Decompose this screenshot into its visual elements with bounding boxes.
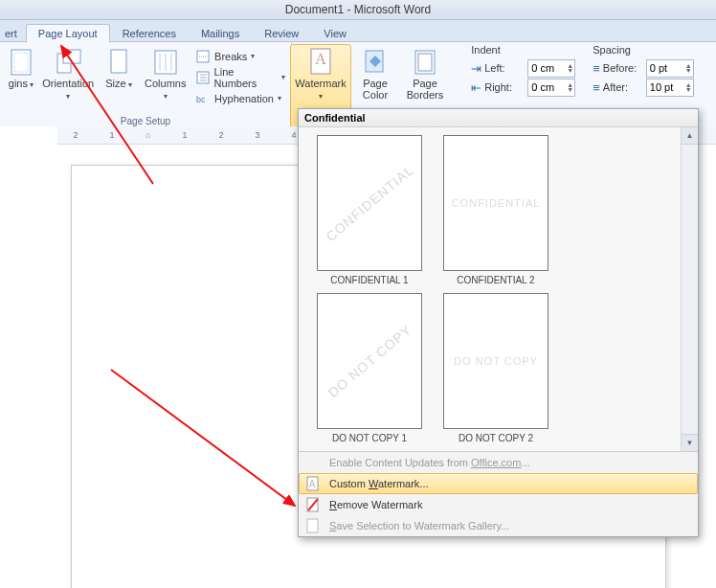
columns-icon	[150, 47, 181, 78]
indent-right-label: Right:	[484, 81, 525, 93]
window-title: Document1 - Microsoft Word	[285, 3, 432, 16]
spacing-after-label: After:	[603, 81, 643, 93]
tab-page-layout[interactable]: Page Layout	[26, 24, 110, 42]
page-color-icon	[360, 47, 391, 78]
tab-view[interactable]: View	[311, 24, 359, 42]
menu-enable-office-updates: Enable Content Updates from Office.com..…	[299, 452, 698, 473]
breaks-button[interactable]: Breaks▾	[195, 47, 285, 66]
watermark-option-confidential-1[interactable]: CONFIDENTIAL CONFIDENTIAL 1	[308, 135, 431, 285]
margins-icon	[6, 47, 36, 78]
watermark-option-do-not-copy-2[interactable]: DO NOT COPY DO NOT COPY 2	[435, 293, 557, 443]
margins-button[interactable]: gins ▾	[4, 44, 38, 115]
spacing-before-spinner[interactable]: 0 pt▲▼	[646, 59, 694, 78]
menu-save-to-gallery: Save Selection to Watermark Gallery...	[299, 515, 698, 536]
orientation-button[interactable]: Orientation ▾	[38, 44, 98, 115]
group-page-setup: gins ▾ Orientation ▾ Size ▾ Columns ▾	[0, 42, 292, 128]
indent-heading: Indent	[471, 44, 575, 56]
remove-watermark-icon	[304, 497, 322, 512]
svg-text:bc: bc	[196, 95, 206, 104]
indent-left-label: Left:	[484, 62, 525, 74]
breaks-icon	[195, 49, 211, 64]
size-icon	[103, 47, 134, 78]
watermark-gallery: Confidential CONFIDENTIAL CONFIDENTIAL 1…	[298, 108, 699, 537]
line-numbers-button[interactable]: Line Numbers▾	[195, 68, 285, 87]
page-borders-icon	[410, 47, 440, 78]
svg-rect-25	[307, 519, 318, 532]
indent-right-icon: ⇤	[471, 80, 481, 95]
watermark-option-confidential-2[interactable]: CONFIDENTIAL CONFIDENTIAL 2	[435, 135, 557, 285]
indent-left-spinner[interactable]: 0 cm▲▼	[527, 59, 575, 78]
size-button[interactable]: Size ▾	[98, 44, 139, 115]
svg-rect-3	[63, 50, 80, 63]
custom-watermark-icon: A	[304, 476, 322, 491]
spacing-heading: Spacing	[593, 44, 694, 56]
tab-references[interactable]: References	[110, 24, 189, 42]
hyphenation-icon: bc	[195, 91, 211, 106]
svg-text:A: A	[309, 479, 316, 489]
watermark-icon: A	[305, 47, 336, 78]
save-gallery-icon	[304, 518, 322, 533]
gallery-scrollbar[interactable]: ▲ ▼	[681, 127, 698, 451]
svg-rect-4	[111, 50, 126, 73]
scroll-up-button[interactable]: ▲	[682, 127, 698, 145]
title-bar: Document1 - Microsoft Word	[0, 0, 716, 20]
tab-insert-partial[interactable]: ert	[0, 24, 26, 42]
line-numbers-icon	[195, 70, 211, 85]
columns-button[interactable]: Columns ▾	[139, 44, 191, 115]
svg-text:A: A	[315, 51, 326, 67]
orientation-icon	[53, 47, 83, 78]
watermark-option-do-not-copy-1[interactable]: DO NOT COPY DO NOT COPY 1	[308, 293, 431, 443]
gallery-section-header: Confidential	[299, 109, 698, 127]
indent-right-spinner[interactable]: 0 cm▲▼	[527, 79, 575, 97]
ribbon-tabs: ert Page Layout References Mailings Revi…	[0, 20, 716, 42]
spacing-after-icon: ≡	[593, 80, 600, 95]
menu-remove-watermark[interactable]: Remove Watermark	[299, 494, 698, 515]
tab-review[interactable]: Review	[252, 24, 311, 42]
spacing-before-icon: ≡	[593, 61, 600, 76]
hyphenation-button[interactable]: bc Hyphenation▾	[195, 89, 285, 108]
office-icon	[304, 455, 322, 470]
indent-left-icon: ⇥	[471, 61, 481, 76]
menu-custom-watermark[interactable]: A Custom Watermark...	[299, 473, 698, 494]
spacing-before-label: Before:	[603, 62, 643, 74]
tab-mailings[interactable]: Mailings	[189, 24, 252, 42]
scroll-down-button[interactable]: ▼	[682, 434, 698, 451]
spacing-after-spinner[interactable]: 10 pt▲▼	[646, 79, 694, 97]
